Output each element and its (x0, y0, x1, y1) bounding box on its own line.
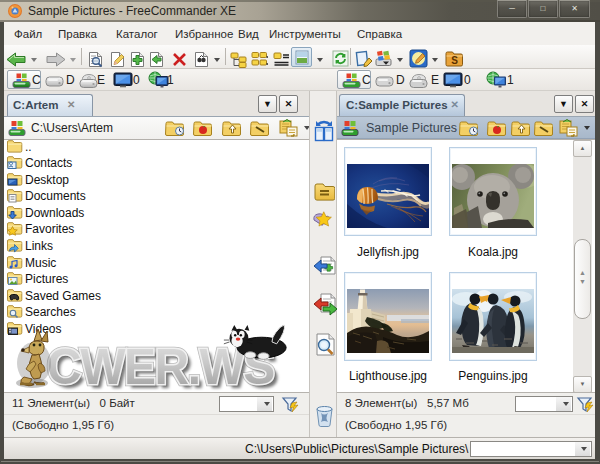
svg-text:S: S (451, 55, 458, 66)
